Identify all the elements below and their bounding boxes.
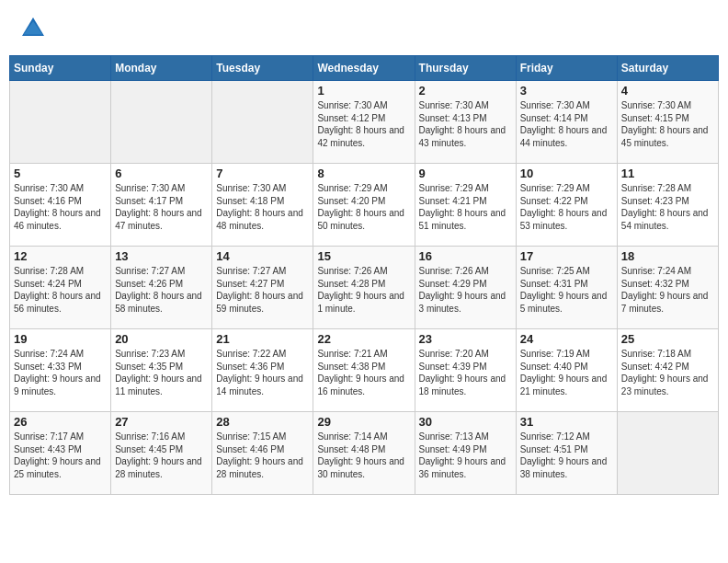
day-number: 8: [317, 167, 410, 180]
calendar-cell: [10, 81, 111, 164]
day-number: 22: [317, 332, 410, 346]
day-number: 2: [419, 84, 512, 98]
day-number: 24: [520, 332, 613, 346]
day-info: Sunrise: 7:30 AM Sunset: 4:14 PM Dayligh…: [520, 99, 613, 149]
calendar-cell: 31Sunrise: 7:12 AM Sunset: 4:51 PM Dayli…: [516, 412, 617, 495]
weekday-header-row: SundayMondayTuesdayWednesdayThursdayFrid…: [10, 56, 719, 81]
calendar-cell: 2Sunrise: 7:30 AM Sunset: 4:13 PM Daylig…: [415, 81, 516, 164]
calendar-cell: 26Sunrise: 7:17 AM Sunset: 4:43 PM Dayli…: [10, 412, 111, 495]
calendar-cell: 19Sunrise: 7:24 AM Sunset: 4:33 PM Dayli…: [10, 329, 111, 412]
calendar-cell: 10Sunrise: 7:29 AM Sunset: 4:22 PM Dayli…: [516, 164, 617, 247]
calendar-cell: 6Sunrise: 7:30 AM Sunset: 4:17 PM Daylig…: [111, 164, 212, 247]
weekday-header-thursday: Thursday: [415, 56, 516, 81]
calendar-cell: 5Sunrise: 7:30 AM Sunset: 4:16 PM Daylig…: [10, 164, 111, 247]
day-info: Sunrise: 7:26 AM Sunset: 4:29 PM Dayligh…: [419, 265, 512, 315]
calendar-cell: 7Sunrise: 7:30 AM Sunset: 4:18 PM Daylig…: [212, 164, 313, 247]
day-number: 18: [621, 249, 714, 263]
day-number: 20: [115, 332, 208, 346]
calendar-cell: 25Sunrise: 7:18 AM Sunset: 4:42 PM Dayli…: [617, 329, 718, 412]
weekday-header-tuesday: Tuesday: [212, 56, 313, 81]
day-number: 1: [317, 84, 410, 98]
calendar-cell: 14Sunrise: 7:27 AM Sunset: 4:27 PM Dayli…: [212, 247, 313, 329]
calendar-cell: 16Sunrise: 7:26 AM Sunset: 4:29 PM Dayli…: [415, 247, 516, 329]
day-info: Sunrise: 7:19 AM Sunset: 4:40 PM Dayligh…: [520, 348, 613, 397]
day-number: 25: [621, 332, 714, 346]
day-number: 13: [115, 249, 208, 263]
calendar-cell: [617, 412, 718, 495]
day-number: 19: [14, 332, 107, 346]
calendar-cell: 9Sunrise: 7:29 AM Sunset: 4:21 PM Daylig…: [415, 164, 516, 247]
calendar-cell: 13Sunrise: 7:27 AM Sunset: 4:26 PM Dayli…: [111, 247, 212, 329]
calendar-week-row: 19Sunrise: 7:24 AM Sunset: 4:33 PM Dayli…: [10, 329, 719, 412]
calendar-cell: 11Sunrise: 7:28 AM Sunset: 4:23 PM Dayli…: [617, 164, 718, 247]
weekday-header-monday: Monday: [111, 56, 212, 81]
svg-marker-1: [24, 21, 43, 34]
calendar-week-row: 1Sunrise: 7:30 AM Sunset: 4:12 PM Daylig…: [10, 81, 719, 164]
day-number: 30: [419, 415, 512, 429]
calendar-week-row: 12Sunrise: 7:28 AM Sunset: 4:24 PM Dayli…: [10, 247, 719, 329]
day-number: 14: [216, 249, 309, 263]
calendar-cell: 27Sunrise: 7:16 AM Sunset: 4:45 PM Dayli…: [111, 412, 212, 495]
day-number: 5: [14, 167, 107, 180]
day-info: Sunrise: 7:20 AM Sunset: 4:39 PM Dayligh…: [419, 348, 512, 397]
page-header: [9, 9, 719, 48]
day-info: Sunrise: 7:22 AM Sunset: 4:36 PM Dayligh…: [216, 348, 309, 397]
day-info: Sunrise: 7:17 AM Sunset: 4:43 PM Dayligh…: [14, 431, 107, 480]
day-info: Sunrise: 7:30 AM Sunset: 4:16 PM Dayligh…: [14, 182, 107, 232]
logo: [18, 14, 51, 43]
calendar-cell: 21Sunrise: 7:22 AM Sunset: 4:36 PM Dayli…: [212, 329, 313, 412]
day-info: Sunrise: 7:15 AM Sunset: 4:46 PM Dayligh…: [216, 431, 309, 480]
logo-icon: [18, 14, 48, 43]
day-info: Sunrise: 7:14 AM Sunset: 4:48 PM Dayligh…: [317, 431, 410, 480]
calendar-cell: 15Sunrise: 7:26 AM Sunset: 4:28 PM Dayli…: [313, 247, 415, 329]
day-number: 27: [115, 415, 208, 429]
day-number: 31: [520, 415, 613, 429]
day-number: 12: [14, 249, 107, 263]
day-info: Sunrise: 7:29 AM Sunset: 4:21 PM Dayligh…: [419, 182, 512, 232]
day-number: 21: [216, 332, 309, 346]
day-number: 10: [520, 167, 613, 180]
day-info: Sunrise: 7:28 AM Sunset: 4:23 PM Dayligh…: [621, 182, 714, 232]
calendar-week-row: 26Sunrise: 7:17 AM Sunset: 4:43 PM Dayli…: [10, 412, 719, 495]
day-info: Sunrise: 7:12 AM Sunset: 4:51 PM Dayligh…: [520, 431, 613, 480]
calendar-table: SundayMondayTuesdayWednesdayThursdayFrid…: [9, 55, 719, 495]
day-number: 7: [216, 167, 309, 180]
day-info: Sunrise: 7:18 AM Sunset: 4:42 PM Dayligh…: [621, 348, 714, 397]
calendar-cell: 4Sunrise: 7:30 AM Sunset: 4:15 PM Daylig…: [617, 81, 718, 164]
day-info: Sunrise: 7:30 AM Sunset: 4:12 PM Dayligh…: [317, 99, 410, 149]
calendar-cell: 23Sunrise: 7:20 AM Sunset: 4:39 PM Dayli…: [415, 329, 516, 412]
weekday-header-saturday: Saturday: [617, 56, 718, 81]
day-number: 28: [216, 415, 309, 429]
day-number: 15: [317, 249, 410, 263]
day-number: 26: [14, 415, 107, 429]
calendar-cell: 28Sunrise: 7:15 AM Sunset: 4:46 PM Dayli…: [212, 412, 313, 495]
day-info: Sunrise: 7:24 AM Sunset: 4:33 PM Dayligh…: [14, 348, 107, 397]
calendar-cell: 22Sunrise: 7:21 AM Sunset: 4:38 PM Dayli…: [313, 329, 415, 412]
day-number: 23: [419, 332, 512, 346]
weekday-header-friday: Friday: [516, 56, 617, 81]
calendar-cell: [111, 81, 212, 164]
calendar-cell: [212, 81, 313, 164]
calendar-week-row: 5Sunrise: 7:30 AM Sunset: 4:16 PM Daylig…: [10, 164, 719, 247]
calendar-cell: 1Sunrise: 7:30 AM Sunset: 4:12 PM Daylig…: [313, 81, 415, 164]
day-info: Sunrise: 7:25 AM Sunset: 4:31 PM Dayligh…: [520, 265, 613, 315]
weekday-header-sunday: Sunday: [10, 56, 111, 81]
day-info: Sunrise: 7:24 AM Sunset: 4:32 PM Dayligh…: [621, 265, 714, 315]
calendar-cell: 17Sunrise: 7:25 AM Sunset: 4:31 PM Dayli…: [516, 247, 617, 329]
calendar-cell: 18Sunrise: 7:24 AM Sunset: 4:32 PM Dayli…: [617, 247, 718, 329]
calendar-cell: 8Sunrise: 7:29 AM Sunset: 4:20 PM Daylig…: [313, 164, 415, 247]
day-info: Sunrise: 7:13 AM Sunset: 4:49 PM Dayligh…: [419, 431, 512, 480]
calendar-cell: 30Sunrise: 7:13 AM Sunset: 4:49 PM Dayli…: [415, 412, 516, 495]
day-number: 6: [115, 167, 208, 180]
weekday-header-wednesday: Wednesday: [313, 56, 415, 81]
day-info: Sunrise: 7:30 AM Sunset: 4:18 PM Dayligh…: [216, 182, 309, 232]
day-info: Sunrise: 7:27 AM Sunset: 4:27 PM Dayligh…: [216, 265, 309, 315]
day-number: 4: [621, 84, 714, 98]
calendar-cell: 29Sunrise: 7:14 AM Sunset: 4:48 PM Dayli…: [313, 412, 415, 495]
day-number: 9: [419, 167, 512, 180]
day-info: Sunrise: 7:23 AM Sunset: 4:35 PM Dayligh…: [115, 348, 208, 397]
day-info: Sunrise: 7:26 AM Sunset: 4:28 PM Dayligh…: [317, 265, 410, 315]
day-number: 16: [419, 249, 512, 263]
day-info: Sunrise: 7:29 AM Sunset: 4:20 PM Dayligh…: [317, 182, 410, 232]
day-info: Sunrise: 7:16 AM Sunset: 4:45 PM Dayligh…: [115, 431, 208, 480]
